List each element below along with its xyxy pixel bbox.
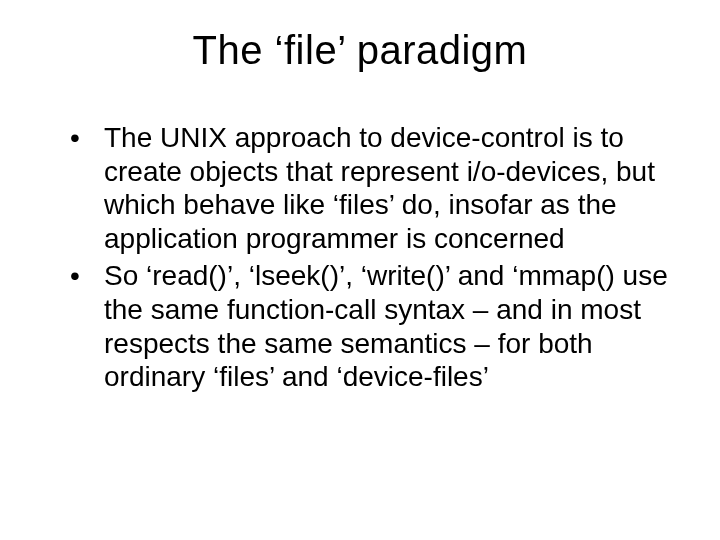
- slide: The ‘file’ paradigm The UNIX approach to…: [0, 0, 720, 540]
- bullet-text: So ‘read()’, ‘lseek()’, ‘write()’ and ‘m…: [104, 260, 668, 392]
- bullet-list: The UNIX approach to device-control is t…: [40, 121, 680, 394]
- list-item: So ‘read()’, ‘lseek()’, ‘write()’ and ‘m…: [70, 259, 670, 393]
- bullet-text: The UNIX approach to device-control is t…: [104, 122, 655, 254]
- list-item: The UNIX approach to device-control is t…: [70, 121, 670, 255]
- slide-title: The ‘file’ paradigm: [40, 28, 680, 73]
